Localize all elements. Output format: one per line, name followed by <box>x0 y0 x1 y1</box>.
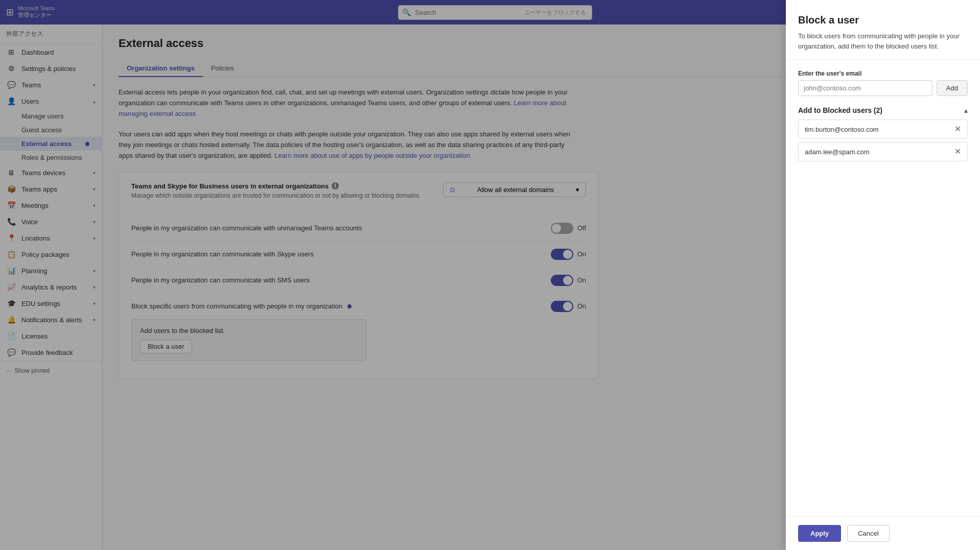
add-button[interactable]: Add <box>937 80 968 96</box>
panel-header: Block a user To block users from communi… <box>786 0 980 60</box>
panel-description: To block users from communicating with p… <box>798 31 968 51</box>
email-field-label: Enter the user's email <box>798 70 968 77</box>
panel-footer: Apply Cancel <box>786 516 980 550</box>
side-panel: Block a user To block users from communi… <box>786 0 980 550</box>
blocked-user-email-0: tim.burton@contoso.com <box>805 126 879 133</box>
apply-button[interactable]: Apply <box>798 525 841 542</box>
chevron-up-icon[interactable]: ▴ <box>964 106 968 114</box>
blocked-user-item-1: adam.lee@spam.com ✕ <box>798 142 968 161</box>
blocked-user-item-0: tim.burton@contoso.com ✕ <box>798 119 968 139</box>
panel-title: Block a user <box>798 14 968 26</box>
remove-user-button-0[interactable]: ✕ <box>954 125 961 133</box>
remove-user-button-1[interactable]: ✕ <box>954 148 961 156</box>
blocked-list-title: Add to Blocked users (2) <box>798 106 882 114</box>
email-input[interactable] <box>798 80 932 96</box>
cancel-button[interactable]: Cancel <box>847 525 889 542</box>
blocked-user-email-1: adam.lee@spam.com <box>805 148 870 156</box>
email-input-row: Add <box>798 80 968 96</box>
panel-body: Enter the user's email Add Add to Blocke… <box>786 60 980 516</box>
blocked-list-header: Add to Blocked users (2) ▴ <box>798 106 968 114</box>
